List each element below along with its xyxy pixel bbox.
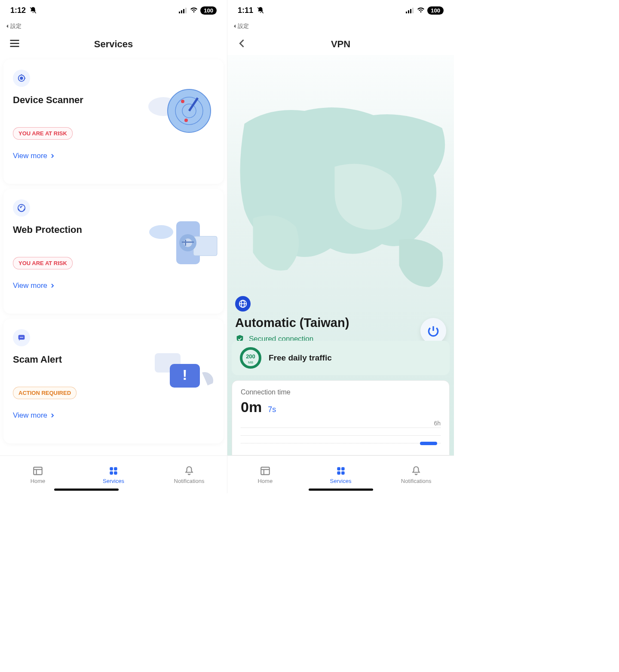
chevron-left-icon	[236, 37, 248, 49]
svg-rect-44	[412, 8, 414, 13]
status-bar: 1:11 100	[227, 0, 454, 21]
tab-services[interactable]: Services	[303, 456, 379, 493]
action-badge: ACTION REQUIRED	[13, 387, 77, 399]
view-more-link[interactable]: View more	[13, 152, 214, 160]
bell-off-icon	[257, 6, 264, 14]
view-more-link[interactable]: View more	[13, 281, 214, 290]
tab-notifications[interactable]: Notifications	[378, 456, 454, 493]
home-indicator[interactable]	[309, 489, 373, 491]
grid-icon	[108, 465, 119, 477]
chevron-right-icon	[50, 413, 55, 418]
vpn-location-title[interactable]: Automatic (Taiwan)	[235, 316, 446, 330]
traffic-gauge-icon: 200MB	[239, 347, 262, 369]
svg-rect-38	[110, 471, 113, 475]
status-time: 1:11	[238, 6, 253, 15]
radar-illustration	[142, 81, 219, 150]
risk-badge: YOU ARE AT RISK	[13, 127, 73, 140]
chevron-right-icon	[50, 283, 55, 288]
back-to-app-link[interactable]: 設定	[0, 21, 227, 34]
bell-off-icon	[29, 6, 37, 14]
back-button[interactable]	[236, 37, 248, 51]
svg-rect-25	[182, 241, 194, 243]
nav-header: VPN	[227, 34, 454, 55]
page-title: Services	[94, 39, 133, 50]
svg-rect-37	[114, 467, 117, 470]
tab-home[interactable]: Home	[0, 456, 76, 493]
svg-rect-57	[337, 471, 340, 475]
tab-bar: Home Services Notifications	[227, 455, 454, 493]
signal-icon	[406, 7, 414, 13]
svg-rect-4	[185, 8, 187, 13]
risk-badge: YOU ARE AT RISK	[13, 257, 73, 269]
bell-icon	[411, 465, 422, 477]
bell-icon	[184, 465, 195, 477]
svg-rect-21	[193, 236, 217, 256]
tab-home[interactable]: Home	[227, 456, 303, 493]
vpn-location-section: Automatic (Taiwan) Secured connection	[235, 296, 446, 344]
svg-point-19	[149, 225, 173, 239]
traffic-indicator[interactable]: 200MB Free daily traffic	[232, 341, 450, 375]
world-map-icon	[227, 89, 454, 304]
connection-time-seconds: 7s	[268, 405, 276, 414]
vpn-power-button[interactable]	[420, 318, 446, 344]
page-title: VPN	[331, 39, 350, 50]
svg-point-29	[22, 337, 23, 338]
scam-alert-icon	[13, 329, 30, 346]
svg-rect-58	[341, 471, 345, 475]
power-icon	[426, 324, 440, 338]
chart-gridline	[241, 435, 441, 443]
svg-rect-52	[261, 467, 270, 474]
home-icon	[260, 465, 271, 477]
svg-rect-39	[114, 471, 117, 475]
svg-rect-1	[179, 12, 180, 13]
battery-level: 100	[200, 6, 217, 15]
svg-rect-2	[181, 10, 182, 13]
chat-alert-illustration: !	[142, 340, 219, 409]
signal-icon	[179, 7, 187, 13]
svg-rect-41	[406, 12, 407, 13]
tab-bar: Home Services Notifications	[0, 455, 227, 493]
view-more-link[interactable]: View more	[13, 411, 214, 420]
hamburger-icon	[9, 37, 21, 49]
nav-header: Services	[0, 34, 227, 55]
chart-gridline	[241, 443, 441, 451]
svg-text:!: !	[182, 367, 187, 383]
svg-rect-33	[34, 467, 42, 474]
service-card-web-protection[interactable]: Web Protection YOU ARE AT RISK View more	[3, 189, 224, 314]
home-indicator[interactable]	[54, 489, 119, 491]
chevron-right-icon	[50, 153, 55, 159]
svg-rect-36	[110, 467, 113, 470]
chart-gridline	[241, 428, 441, 435]
status-time: 1:12	[10, 6, 26, 15]
svg-text:200: 200	[246, 353, 255, 360]
tab-services[interactable]: Services	[76, 456, 151, 493]
device-scanner-icon	[13, 70, 30, 87]
back-to-app-link[interactable]: 設定	[227, 21, 454, 34]
svg-rect-43	[410, 9, 411, 13]
connection-title: Connection time	[241, 388, 441, 396]
vpn-map[interactable]: Automatic (Taiwan) Secured connection 20…	[227, 55, 454, 455]
wifi-icon	[190, 7, 198, 13]
svg-point-28	[21, 337, 22, 338]
service-card-device-scanner[interactable]: Device Scanner YOU ARE AT RISK View more	[3, 59, 224, 184]
tab-notifications[interactable]: Notifications	[151, 456, 227, 493]
status-bar: 1:12 100	[0, 0, 227, 21]
chart-bar	[420, 442, 437, 445]
service-card-scam-alert[interactable]: Scam Alert ACTION REQUIRED View more !	[3, 319, 224, 443]
globe-icon	[235, 296, 251, 312]
menu-button[interactable]	[9, 37, 21, 51]
chart-axis-label: 6h	[241, 420, 441, 427]
svg-point-27	[20, 337, 21, 338]
traffic-label: Free daily traffic	[269, 353, 332, 363]
svg-text:MB: MB	[248, 360, 253, 364]
battery-level: 100	[427, 6, 444, 15]
wifi-icon	[417, 7, 425, 13]
svg-point-9	[20, 77, 23, 79]
home-icon	[32, 465, 43, 477]
grid-icon	[335, 465, 346, 477]
svg-point-17	[184, 119, 188, 122]
connection-card: Connection time 0m 7s 6h	[232, 380, 450, 455]
connection-time-main: 0m	[241, 399, 262, 415]
phone-safe-illustration	[142, 211, 219, 279]
svg-rect-55	[337, 467, 340, 470]
